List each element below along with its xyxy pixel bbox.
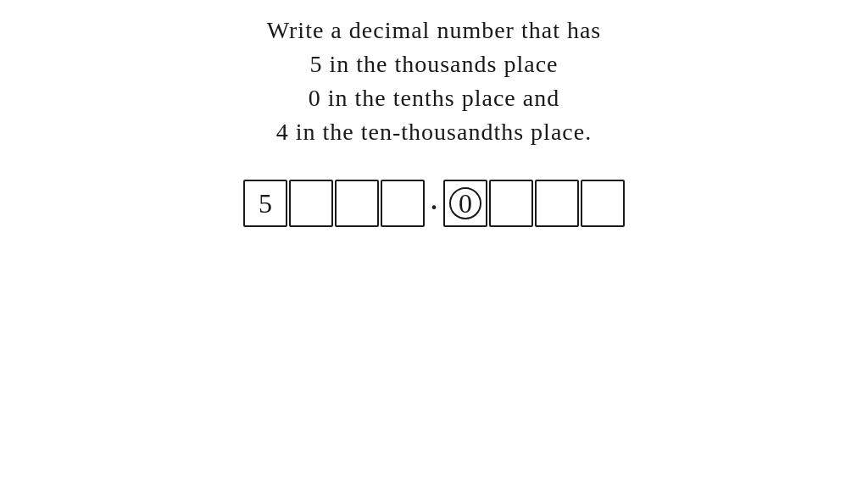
circle-highlight	[449, 187, 481, 219]
line-4: 4 in the ten-thousandths place.	[276, 119, 592, 146]
line-1: Write a decimal number that has	[267, 17, 602, 44]
line-2: 5 in the thousands place	[309, 51, 558, 78]
digit-box-thousands[interactable]: 5	[243, 180, 287, 227]
problem-text: Write a decimal number that has 5 in the…	[267, 17, 602, 146]
digit-box-hundreds[interactable]	[289, 180, 333, 227]
digit-box-thousandths[interactable]	[535, 180, 579, 227]
digit-box-tenths[interactable]: 0	[443, 180, 487, 227]
digit-box-ones[interactable]	[381, 180, 425, 227]
digit-box-hundredths[interactable]	[489, 180, 533, 227]
answer-digit-row: 5 · 0	[243, 180, 625, 227]
decimal-point: ·	[426, 187, 442, 227]
line-3: 0 in the tenths place and	[309, 85, 559, 112]
digit-value-thousands: 5	[259, 188, 272, 219]
digit-box-tens[interactable]	[335, 180, 379, 227]
digit-box-ten-thousandths[interactable]	[581, 180, 625, 227]
